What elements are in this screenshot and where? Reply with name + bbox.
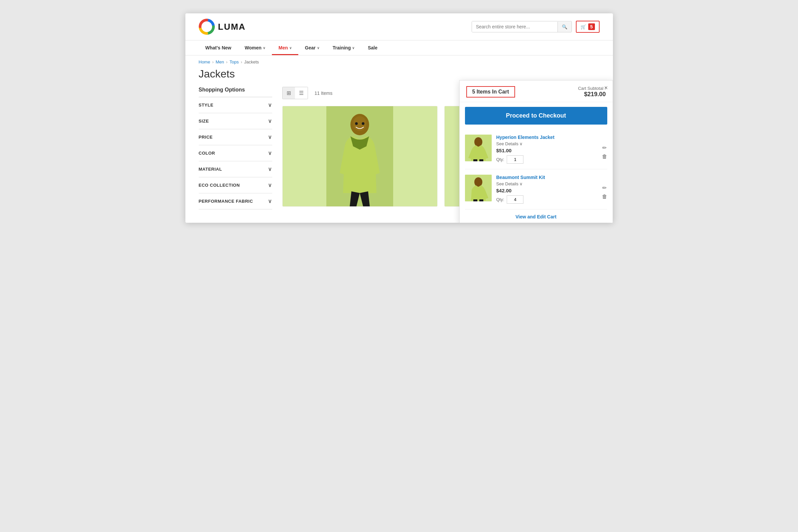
chevron-down-icon: ∨ [352, 46, 355, 50]
cart-item-details: Beaumont Summit Kit See Details ∨ $42.00… [496, 175, 597, 204]
chevron-down-icon: ∨ [268, 182, 272, 188]
luma-logo-icon [199, 19, 215, 35]
nav-item-gear[interactable]: Gear ∨ [298, 40, 326, 55]
chevron-down-icon: ∨ [268, 150, 272, 156]
cart-item-qty: Qty: [496, 195, 597, 204]
cart-item-actions: ✏ 🗑 [602, 175, 607, 200]
cart-close-button[interactable]: × [604, 84, 608, 92]
delete-cart-item-button[interactable]: 🗑 [602, 154, 607, 159]
cart-count-badge: 5 [588, 23, 595, 30]
main-nav: What's New Women ∨ Men ∨ Gear ∨ Training… [185, 40, 613, 55]
nav-item-women[interactable]: Women ∨ [238, 40, 272, 55]
page-title-area: Jackets [185, 64, 613, 80]
search-input[interactable] [472, 21, 557, 32]
cart-item-name[interactable]: Beaumont Summit Kit [496, 175, 597, 180]
chevron-down-icon: ∨ [268, 102, 272, 108]
cart-items-count: 5 Items In Cart [466, 86, 515, 97]
filter-color-header[interactable]: COLOR ∨ [199, 145, 272, 161]
filter-size: SIZE ∨ [199, 113, 272, 129]
chevron-down-icon: ∨ [268, 118, 272, 124]
chevron-down-icon: ∨ [519, 181, 523, 186]
cart-item-price: $42.00 [496, 188, 597, 193]
chevron-down-icon: ∨ [268, 166, 272, 172]
checkout-button[interactable]: Proceed to Checkout [465, 107, 607, 125]
svg-rect-14 [473, 200, 477, 202]
cart-button[interactable]: 🛒 5 [576, 21, 600, 33]
product-card[interactable] [282, 106, 438, 207]
filter-eco: ECO COLLECTION ∨ [199, 177, 272, 193]
svg-point-5 [362, 122, 364, 125]
page-title: Jackets [199, 68, 600, 80]
browser-window: LUMA 🔍 🛒 5 What's New Women ∨ Men ∨ [185, 13, 613, 223]
cart-item: Hyperion Elements Jacket See Details ∨ $… [465, 129, 607, 169]
cart-item-qty-input[interactable] [507, 195, 524, 204]
product-image [283, 106, 437, 206]
breadcrumb-current: Jackets [244, 59, 259, 64]
items-count: 11 Items [315, 91, 333, 96]
logo-area[interactable]: LUMA [199, 19, 246, 35]
nav-item-men[interactable]: Men ∨ [272, 40, 298, 55]
cart-subtotal-amount: $219.00 [578, 91, 606, 98]
list-view-button[interactable]: ☰ [295, 87, 308, 99]
cart-see-details[interactable]: See Details ∨ [496, 141, 597, 146]
chevron-down-icon: ∨ [519, 141, 523, 146]
edit-cart-item-button[interactable]: ✏ [602, 145, 607, 151]
nav-item-training[interactable]: Training ∨ [326, 40, 361, 55]
cart-item-details: Hyperion Elements Jacket See Details ∨ $… [496, 135, 597, 164]
nav-item-sale[interactable]: Sale [361, 40, 384, 55]
chevron-down-icon: ∨ [268, 134, 272, 140]
breadcrumb-tops[interactable]: Tops [229, 59, 239, 64]
filter-style-header[interactable]: STYLE ∨ [199, 97, 272, 113]
filter-eco-header[interactable]: ECO COLLECTION ∨ [199, 177, 272, 193]
breadcrumb: Home › Men › Tops › Jackets [199, 59, 600, 64]
cart-item-actions: ✏ 🗑 [602, 135, 607, 159]
cart-icon: 🛒 [581, 24, 586, 30]
chevron-down-icon: ∨ [289, 46, 291, 50]
svg-point-9 [474, 137, 482, 147]
view-edit-cart-link[interactable]: View and Edit Cart [460, 209, 613, 223]
cart-subtotal-label: Cart Subtotal : [578, 86, 606, 91]
filter-color: COLOR ∨ [199, 145, 272, 161]
cart-item: Beaumont Summit Kit See Details ∨ $42.00… [465, 169, 607, 209]
filter-price-header[interactable]: PRICE ∨ [199, 129, 272, 145]
main-content: Shopping Options STYLE ∨ SIZE ∨ PRICE ∨ [185, 80, 613, 223]
cart-item-image [465, 135, 492, 161]
cart-item-name[interactable]: Hyperion Elements Jacket [496, 135, 597, 140]
search-box: 🔍 [472, 21, 572, 32]
svg-point-4 [355, 122, 358, 125]
site-header: LUMA 🔍 🛒 5 [185, 13, 613, 40]
edit-cart-item-button[interactable]: ✏ [602, 185, 607, 191]
view-toggle: ⊞ ☰ [282, 87, 308, 99]
svg-rect-15 [479, 200, 483, 202]
chevron-down-icon: ∨ [317, 46, 319, 50]
search-button[interactable]: 🔍 [557, 22, 572, 32]
filter-material: MATERIAL ∨ [199, 161, 272, 177]
breadcrumb-men[interactable]: Men [216, 59, 224, 64]
breadcrumb-home[interactable]: Home [199, 59, 210, 64]
product-figure [326, 106, 393, 206]
svg-rect-10 [473, 159, 477, 161]
filter-material-header[interactable]: MATERIAL ∨ [199, 161, 272, 177]
cart-item-price: $51.00 [496, 148, 597, 153]
filter-performance-header[interactable]: PERFORMANCE FABRIC ∨ [199, 193, 272, 209]
delete-cart-item-button[interactable]: 🗑 [602, 194, 607, 200]
cart-item-qty-input[interactable] [507, 155, 524, 164]
filter-size-header[interactable]: SIZE ∨ [199, 113, 272, 129]
logo-text: LUMA [218, 22, 246, 32]
cart-subtotal-area: Cart Subtotal : $219.00 [578, 86, 606, 98]
grid-view-button[interactable]: ⊞ [283, 87, 295, 99]
search-icon: 🔍 [562, 24, 568, 30]
header-right: 🔍 🛒 5 [472, 21, 600, 33]
filter-style: STYLE ∨ [199, 97, 272, 113]
svg-rect-11 [479, 159, 483, 161]
sidebar: Shopping Options STYLE ∨ SIZE ∨ PRICE ∨ [199, 87, 272, 209]
cart-dropdown: 5 Items In Cart Cart Subtotal : $219.00 … [459, 80, 613, 223]
filter-price: PRICE ∨ [199, 129, 272, 145]
nav-item-whats-new[interactable]: What's New [199, 40, 238, 55]
cart-item-image [465, 175, 492, 202]
sidebar-title: Shopping Options [199, 87, 272, 97]
filter-performance: PERFORMANCE FABRIC ∨ [199, 193, 272, 209]
cart-item-thumbnail [465, 135, 492, 161]
cart-see-details[interactable]: See Details ∨ [496, 181, 597, 186]
chevron-down-icon: ∨ [263, 46, 265, 50]
